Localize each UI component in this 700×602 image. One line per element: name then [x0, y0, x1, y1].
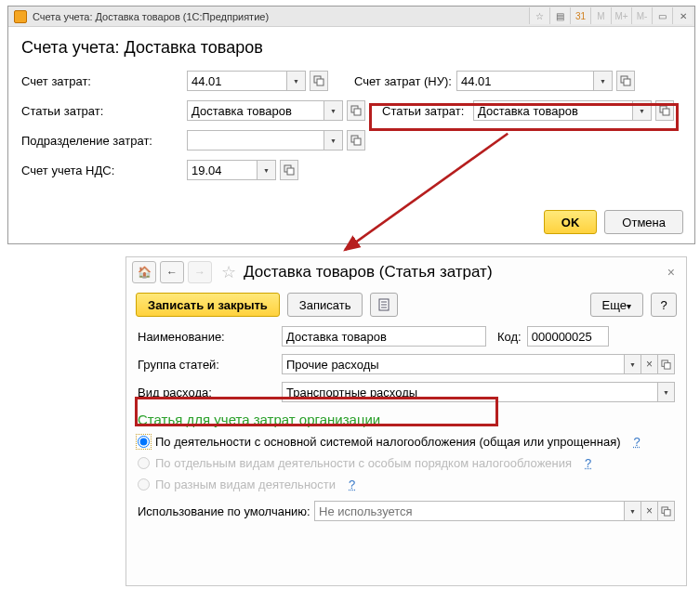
calendar-icon[interactable]: 31 [570, 7, 590, 24]
close-icon[interactable]: ✕ [672, 7, 693, 24]
dropdown-icon[interactable] [658, 382, 675, 402]
open-icon[interactable] [616, 71, 635, 91]
input-group[interactable] [282, 354, 625, 374]
help-link[interactable]: ? [585, 456, 591, 470]
help-link[interactable]: ? [634, 435, 641, 449]
radio-label: По деятельности с основной системой нало… [155, 435, 621, 449]
field-schet-nds [187, 160, 298, 180]
input-stati-zatrat-2[interactable] [473, 100, 633, 121]
open-icon[interactable] [658, 501, 675, 521]
dropdown-icon[interactable] [287, 71, 306, 91]
field-stati-zatrat [187, 100, 365, 121]
window2-body: Наименование: Код: Группа статей: Вид ра… [126, 322, 686, 532]
label-schet-zatrat: Счет затрат: [21, 74, 187, 88]
field-schet-zatrat-nu [456, 71, 635, 91]
radio-input[interactable] [138, 436, 150, 448]
field-stati-zatrat-2 [473, 100, 674, 121]
calc-icon[interactable]: ▤ [549, 7, 570, 24]
label-podrazdelenie: Подразделение затрат: [21, 134, 187, 148]
forward-icon[interactable]: → [188, 261, 212, 283]
favorite-icon[interactable]: ☆ [529, 7, 549, 24]
radio-main-tax[interactable]: По деятельности с основной системой нало… [138, 435, 675, 449]
radio-special-tax: По отдельным видам деятельности с особым… [138, 456, 675, 470]
open-icon[interactable] [280, 160, 298, 180]
open-icon[interactable] [655, 100, 674, 121]
label-stati-zatrat: Статьи затрат: [21, 104, 187, 118]
write-button[interactable]: Записать [287, 293, 363, 317]
open-icon[interactable] [347, 130, 365, 150]
dropdown-icon[interactable] [625, 501, 641, 521]
input-vid[interactable] [282, 382, 658, 402]
m-plus-button[interactable]: M+ [611, 7, 631, 24]
toolbar: 🏠 ← → ☆ Доставка товаров (Статья затрат)… [126, 257, 686, 287]
back-icon[interactable]: ← [160, 261, 184, 283]
field-schet-zatrat [187, 71, 328, 91]
radio-input [138, 478, 150, 491]
dropdown-icon[interactable] [324, 130, 343, 150]
svg-rect-9 [354, 138, 361, 145]
label-stati-zatrat-2: Статьи затрат: [382, 104, 473, 118]
home-icon[interactable]: 🏠 [132, 261, 156, 283]
dropdown-icon[interactable] [258, 160, 276, 180]
svg-rect-18 [665, 362, 670, 368]
dropdown-icon[interactable] [324, 100, 343, 121]
clear-icon[interactable] [641, 501, 658, 521]
ok-button[interactable]: OK [544, 210, 598, 234]
input-schet-nds[interactable] [187, 160, 258, 180]
open-icon[interactable] [658, 354, 675, 374]
dropdown-icon[interactable] [594, 71, 613, 91]
label-schet-zatrat-nu: Счет затрат (НУ): [354, 74, 456, 88]
field-podrazdelenie [187, 130, 365, 150]
help-link[interactable]: ? [349, 478, 355, 491]
app-icon [14, 10, 27, 23]
cancel-button[interactable]: Отмена [604, 210, 683, 234]
write-close-button[interactable]: Записать и закрыть [136, 293, 280, 317]
input-code[interactable] [527, 326, 609, 347]
radio-input [138, 457, 150, 469]
report-icon[interactable] [370, 293, 398, 317]
clear-icon[interactable] [641, 354, 658, 374]
window-title-text: Счета учета: Доставка товаров (1С:Предпр… [33, 11, 269, 22]
open-icon[interactable] [347, 100, 365, 121]
svg-rect-20 [665, 509, 670, 515]
section-header: Статья для учета затрат организации [138, 412, 675, 427]
svg-rect-1 [317, 79, 324, 85]
dropdown-icon[interactable] [633, 100, 652, 121]
radio-label: По отдельным видам деятельности с особым… [155, 456, 572, 470]
label-schet-nds: Счет учета НДС: [21, 164, 187, 177]
label-code: Код: [497, 330, 522, 344]
m-minus-button[interactable]: M- [631, 7, 652, 24]
label-vid: Вид расхода: [138, 386, 282, 399]
window2-title: Доставка товаров (Статья затрат) [244, 263, 493, 281]
input-use-default[interactable] [314, 501, 625, 521]
window-accounts: Счета учета: Доставка товаров (1С:Предпр… [7, 6, 695, 244]
dropdown-icon[interactable] [625, 354, 641, 374]
action-bar: Записать и закрыть Записать Еще ? [126, 287, 686, 322]
help-button[interactable]: ? [651, 293, 677, 317]
radio-mixed: По разным видам деятельности ? [138, 478, 675, 491]
star-icon[interactable]: ☆ [221, 262, 236, 282]
input-schet-zatrat-nu[interactable] [456, 71, 594, 91]
minimize-icon[interactable]: ▭ [652, 7, 672, 24]
window-body: Счета учета: Доставка товаров Счет затра… [8, 27, 694, 197]
label-group: Группа статей: [138, 358, 282, 372]
input-podrazdelenie[interactable] [187, 130, 324, 150]
page-header: Счета учета: Доставка товаров [21, 38, 681, 58]
titlebar-controls: ☆ ▤ 31 M M+ M- ▭ ✕ [529, 7, 693, 24]
radio-label: По разным видам деятельности [155, 478, 336, 491]
input-stati-zatrat[interactable] [187, 100, 324, 121]
label-use-default: Использование по умолчанию: [138, 504, 314, 518]
svg-rect-7 [663, 109, 669, 115]
close-icon[interactable]: × [662, 265, 680, 280]
label-name: Наименование: [138, 330, 282, 344]
window-article: 🏠 ← → ☆ Доставка товаров (Статья затрат)… [125, 256, 687, 586]
svg-rect-11 [287, 168, 294, 175]
input-schet-zatrat[interactable] [187, 71, 287, 91]
svg-rect-5 [354, 109, 361, 115]
more-button[interactable]: Еще [590, 293, 643, 317]
input-name[interactable] [282, 326, 486, 347]
open-icon[interactable] [310, 71, 328, 91]
svg-rect-3 [624, 79, 630, 85]
window-title-bar: Счета учета: Доставка товаров (1С:Предпр… [8, 7, 694, 27]
m-button[interactable]: M [590, 7, 611, 24]
